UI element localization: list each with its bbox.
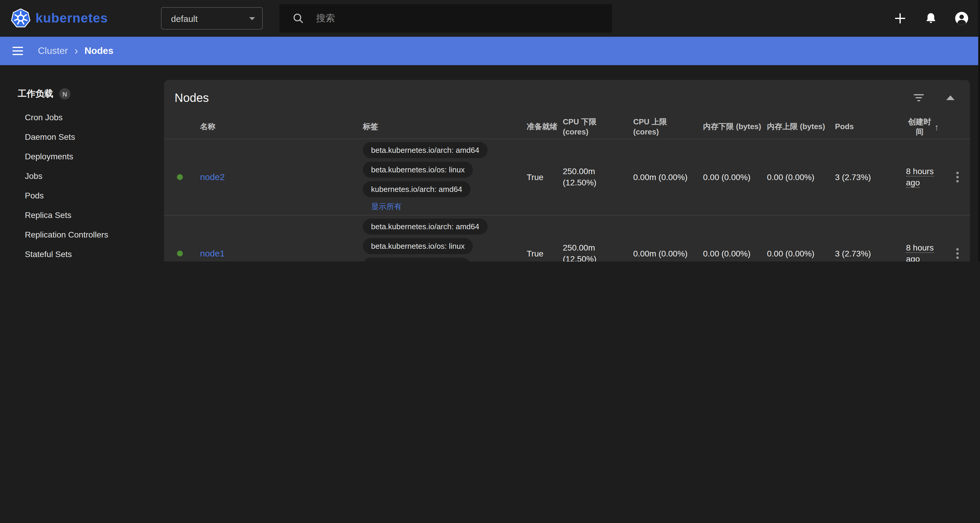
- breadcrumb-chevron-icon: ›: [74, 45, 78, 57]
- sidebar-item-pods[interactable]: Pods: [0, 185, 156, 205]
- column-header-cpu-requests[interactable]: CPU 下限 (cores): [563, 117, 633, 137]
- sidebar-item-cron-jobs[interactable]: Cron Jobs: [0, 107, 156, 127]
- search-input[interactable]: [315, 13, 612, 24]
- column-header-age[interactable]: 创建时间 ↑: [906, 117, 945, 137]
- row-menu-kebab-icon[interactable]: [956, 248, 959, 259]
- memory-requests-cell: 0.00 (0.00%): [703, 171, 767, 183]
- row-menu-kebab-icon[interactable]: [956, 172, 959, 182]
- column-header-memory-limits[interactable]: 内存上限 (bytes): [767, 122, 835, 132]
- labels-cell: beta.kubernetes.io/arch: amd64 beta.kube…: [363, 218, 527, 262]
- node-status-ok-icon: [177, 250, 183, 257]
- item-label: Deployments: [25, 151, 73, 161]
- top-actions: [893, 0, 969, 37]
- top-app-bar: kubernetes default: [0, 0, 980, 37]
- column-header-text: 创建时间: [906, 117, 933, 137]
- sort-ascending-icon[interactable]: ↑: [934, 121, 939, 133]
- table-row: node2 beta.kubernetes.io/arch: amd64 bet…: [164, 139, 970, 215]
- cpu-limits-cell: 0.00m (0.00%): [633, 248, 703, 259]
- item-label: Pods: [25, 190, 44, 200]
- column-header-name[interactable]: 名称: [194, 122, 363, 132]
- column-header-ready[interactable]: 准备就绪: [527, 122, 563, 132]
- scrollbar-track[interactable]: [978, 0, 980, 262]
- sidebar-item-jobs[interactable]: Jobs: [0, 166, 156, 185]
- label-chip: kubernetes.io/arch: amd64: [363, 258, 471, 262]
- item-label: Stateful Sets: [25, 249, 72, 258]
- pods-cell: 3 (2.73%): [835, 171, 906, 183]
- label-chip: beta.kubernetes.io/os: linux: [363, 162, 473, 178]
- chevron-down-icon: [249, 17, 255, 20]
- age-cell[interactable]: 8 hours ago: [906, 166, 934, 188]
- label-chip: beta.kubernetes.io/os: linux: [363, 238, 473, 254]
- memory-requests-cell: 0.00 (0.00%): [703, 248, 767, 259]
- item-label: Jobs: [25, 171, 42, 180]
- page-title: Nodes: [84, 46, 113, 56]
- node-status-ok-icon: [177, 174, 183, 180]
- column-header-labels[interactable]: 标签: [363, 122, 527, 132]
- column-header-memory-requests[interactable]: 内存下限 (bytes): [703, 122, 767, 132]
- brand-wordmark: kubernetes: [35, 11, 108, 26]
- kubernetes-logo[interactable]: kubernetes: [11, 8, 108, 29]
- column-header-text: CPU 下限 (cores): [563, 117, 605, 137]
- kubernetes-helm-icon: [11, 8, 31, 29]
- breadcrumb-parent[interactable]: Cluster: [38, 46, 68, 56]
- node-name-link[interactable]: node2: [194, 171, 363, 183]
- section-label: 工作负载: [18, 88, 53, 99]
- node-name-link[interactable]: node1: [194, 247, 363, 260]
- column-header-cpu-limits[interactable]: CPU 上限 (cores): [633, 117, 703, 137]
- column-header-pods[interactable]: Pods: [835, 122, 906, 132]
- menu-hamburger-icon[interactable]: [13, 46, 23, 55]
- label-chip: beta.kubernetes.io/arch: amd64: [363, 218, 488, 234]
- breadcrumb-bar: Cluster › Nodes: [0, 37, 980, 65]
- namespace-selector[interactable]: default: [161, 7, 263, 30]
- memory-limits-cell: 0.00 (0.00%): [767, 248, 835, 259]
- ready-cell: True: [527, 248, 563, 259]
- sidebar-nav: 工作负载 N Cron Jobs Daemon Sets Deployments…: [0, 65, 156, 262]
- pods-cell: 3 (2.73%): [835, 248, 906, 259]
- filter-icon[interactable]: [914, 94, 924, 101]
- item-label: Cron Jobs: [25, 112, 63, 122]
- namespace-value: default: [171, 13, 249, 23]
- sidebar-item-replica-sets[interactable]: Replica Sets: [0, 205, 156, 225]
- labels-cell: beta.kubernetes.io/arch: amd64 beta.kube…: [363, 142, 527, 212]
- cpu-limits-cell: 0.00m (0.00%): [633, 171, 703, 183]
- namespaced-badge: N: [59, 88, 70, 99]
- sidebar-item-stateful-sets[interactable]: Stateful Sets: [0, 244, 156, 262]
- item-label: Replication Controllers: [25, 230, 108, 239]
- nodes-card: Nodes 名称 标签 准备就绪 CPU 下限 (cores) CPU 上限 (…: [164, 80, 970, 262]
- create-plus-icon[interactable]: [893, 11, 907, 26]
- ready-cell: True: [527, 171, 563, 183]
- label-chip: kubernetes.io/arch: amd64: [363, 181, 471, 197]
- item-label: Daemon Sets: [25, 132, 75, 141]
- search-bar[interactable]: [279, 4, 612, 33]
- card-header: Nodes: [164, 80, 970, 115]
- table-row: node1 beta.kubernetes.io/arch: amd64 bet…: [164, 215, 970, 262]
- sidebar-item-deployments[interactable]: Deployments: [0, 146, 156, 166]
- sidebar-item-daemon-sets[interactable]: Daemon Sets: [0, 127, 156, 146]
- cpu-requests-cell: 250.00m (12.50%): [563, 166, 633, 188]
- item-label: Replica Sets: [25, 210, 71, 220]
- notifications-bell-icon[interactable]: [924, 11, 938, 26]
- collapse-card-icon[interactable]: [946, 96, 955, 100]
- card-title: Nodes: [175, 91, 209, 105]
- memory-limits-cell: 0.00 (0.00%): [767, 171, 835, 183]
- label-chip: beta.kubernetes.io/arch: amd64: [363, 142, 488, 158]
- kubernetes-dashboard: kubernetes default: [0, 0, 980, 262]
- sidebar-section-workloads[interactable]: 工作负载 N: [0, 84, 156, 104]
- sidebar-item-replication-controllers[interactable]: Replication Controllers: [0, 225, 156, 244]
- search-icon: [292, 13, 304, 24]
- account-avatar-icon[interactable]: [955, 11, 969, 26]
- cpu-requests-cell: 250.00m (12.50%): [563, 242, 633, 262]
- age-cell[interactable]: 8 hours ago: [906, 243, 934, 262]
- show-all-labels-link[interactable]: 显示所有: [363, 201, 402, 212]
- column-header-text: CPU 上限 (cores): [633, 117, 676, 137]
- table-header-row: 名称 标签 准备就绪 CPU 下限 (cores) CPU 上限 (cores)…: [164, 115, 970, 139]
